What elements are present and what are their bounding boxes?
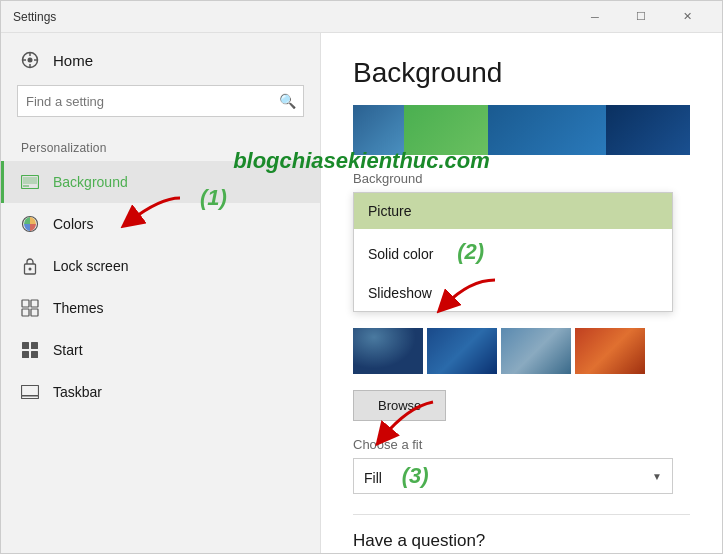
svg-rect-16: [22, 342, 29, 349]
start-nav-label: Start: [53, 342, 83, 358]
search-input[interactable]: [18, 94, 271, 109]
home-nav-item[interactable]: Home: [1, 33, 320, 85]
svg-rect-13: [31, 300, 38, 307]
settings-window: Settings ─ ☐ ✕ Ho: [0, 0, 723, 554]
svg-rect-7: [23, 177, 37, 184]
main-content: Home 🔍 Personalization Background: [1, 33, 722, 553]
dropdown-arrow-icon: ▼: [652, 471, 662, 482]
thumbnail-2[interactable]: [427, 328, 497, 374]
background-nav-icon: [21, 173, 39, 191]
colors-nav-label: Colors: [53, 216, 93, 232]
background-dropdown[interactable]: Picture Solid color (2) Slideshow: [353, 192, 690, 312]
titlebar: Settings ─ ☐ ✕: [1, 1, 722, 33]
personalization-label: Personalization: [1, 133, 320, 161]
sidebar: Home 🔍 Personalization Background: [1, 33, 321, 553]
themes-nav-label: Themes: [53, 300, 104, 316]
minimize-button[interactable]: ─: [572, 1, 618, 33]
maximize-button[interactable]: ☐: [618, 1, 664, 33]
taskbar-nav-label: Taskbar: [53, 384, 102, 400]
search-icon: 🔍: [271, 85, 303, 117]
dropdown-option-slideshow[interactable]: Slideshow: [354, 275, 672, 311]
background-nav-label: Background: [53, 174, 128, 190]
thumbnail-row: [353, 328, 690, 374]
thumbnail-3[interactable]: [501, 328, 571, 374]
browse-button[interactable]: Browse: [353, 390, 446, 421]
page-title: Background: [353, 57, 690, 89]
svg-rect-18: [22, 351, 29, 358]
svg-point-1: [28, 58, 33, 63]
lockscreen-nav-label: Lock screen: [53, 258, 128, 274]
sidebar-item-colors[interactable]: Colors: [1, 203, 320, 245]
svg-rect-17: [31, 342, 38, 349]
lockscreen-icon: [21, 257, 39, 275]
svg-point-11: [29, 268, 32, 271]
dropdown-option-picture[interactable]: Picture: [354, 193, 672, 229]
fit-label: Choose a fit: [353, 437, 690, 452]
themes-icon: [21, 299, 39, 317]
svg-rect-8: [23, 185, 29, 187]
have-question: Have a question?: [353, 514, 690, 551]
window-title: Settings: [13, 10, 572, 24]
start-icon: [21, 341, 39, 359]
home-label: Home: [53, 52, 93, 69]
window-controls: ─ ☐ ✕: [572, 1, 710, 33]
search-box[interactable]: 🔍: [17, 85, 304, 117]
annotation-num2: (2): [457, 239, 484, 264]
fit-value: Fill (3): [364, 463, 429, 489]
svg-rect-19: [31, 351, 38, 358]
svg-rect-20: [22, 386, 39, 396]
fit-dropdown[interactable]: Fill (3) ▼: [353, 458, 673, 494]
sidebar-item-lockscreen[interactable]: Lock screen: [1, 245, 320, 287]
sidebar-item-background[interactable]: Background: [1, 161, 320, 203]
colors-icon: [21, 215, 39, 233]
sidebar-item-taskbar[interactable]: Taskbar: [1, 371, 320, 413]
right-panel: Background Background Picture: [321, 33, 722, 553]
sidebar-item-start[interactable]: Start: [1, 329, 320, 371]
svg-rect-21: [22, 396, 39, 399]
preview-strip: [353, 105, 690, 155]
dropdown-option-solid[interactable]: Solid color (2): [354, 229, 672, 275]
background-section-label: Background: [353, 171, 690, 186]
dropdown-menu: Picture Solid color (2) Slideshow: [353, 192, 673, 312]
sidebar-item-themes[interactable]: Themes: [1, 287, 320, 329]
annotation-num3: (3): [402, 463, 429, 488]
thumbnail-4[interactable]: [575, 328, 645, 374]
svg-rect-14: [22, 309, 29, 316]
svg-rect-15: [31, 309, 38, 316]
thumbnail-1[interactable]: [353, 328, 423, 374]
close-button[interactable]: ✕: [664, 1, 710, 33]
home-icon: [21, 51, 39, 69]
taskbar-icon: [21, 383, 39, 401]
svg-rect-12: [22, 300, 29, 307]
